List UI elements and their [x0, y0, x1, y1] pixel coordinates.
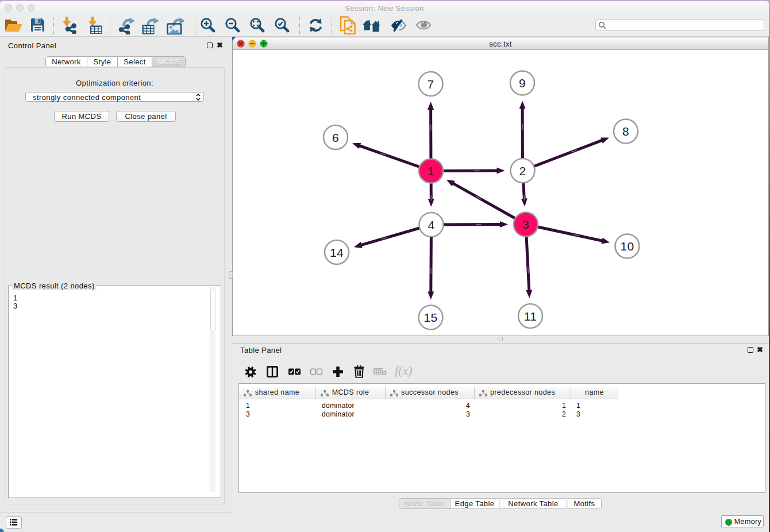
svg-text:6: 6: [332, 131, 339, 144]
svg-text:2: 2: [519, 164, 526, 178]
svg-text:15: 15: [424, 311, 437, 324]
svg-text:8: 8: [622, 125, 629, 138]
svg-text:3: 3: [522, 218, 529, 231]
svg-text:11: 11: [524, 310, 537, 323]
svg-text:10: 10: [620, 240, 634, 253]
svg-text:14: 14: [330, 246, 344, 259]
svg-text:9: 9: [519, 76, 526, 90]
svg-text:1: 1: [428, 164, 434, 178]
svg-text:4: 4: [428, 218, 434, 232]
svg-text:7: 7: [427, 78, 434, 91]
